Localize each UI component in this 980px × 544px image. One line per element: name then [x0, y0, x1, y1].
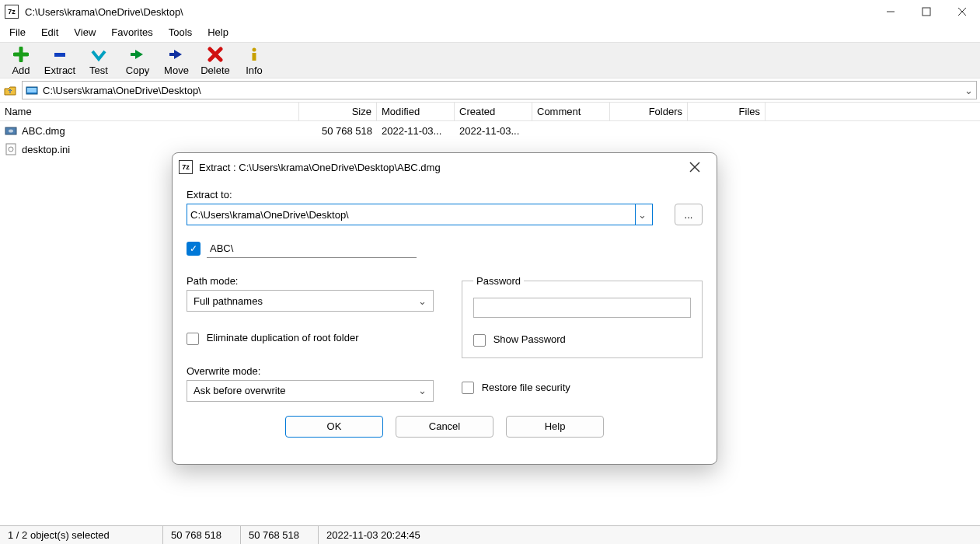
- restore-security-label: Restore file security: [482, 382, 570, 393]
- file-modified: 2022-11-03...: [377, 125, 455, 137]
- toolbar-copy[interactable]: Copy: [118, 46, 157, 76]
- path-field[interactable]: C:\Users\krama\OneDrive\Desktop\ ⌄: [22, 81, 977, 99]
- svg-point-7: [253, 48, 256, 52]
- svg-point-12: [9, 130, 13, 133]
- ok-button[interactable]: OK: [285, 416, 383, 438]
- window-title: C:\Users\krama\OneDrive\Desktop\: [25, 6, 873, 18]
- drive-icon: [26, 85, 38, 96]
- overwrite-mode-value: Ask before overwrite: [194, 385, 286, 396]
- cancel-button[interactable]: Cancel: [396, 416, 493, 438]
- svg-marker-5: [135, 50, 143, 59]
- file-name: desktop.ini: [22, 144, 70, 155]
- column-created[interactable]: Created: [455, 103, 532, 120]
- dialog-button-row: OK Cancel Help: [187, 402, 703, 453]
- overwrite-mode-combo[interactable]: Ask before overwrite ⌄: [187, 380, 434, 402]
- password-legend: Password: [473, 275, 524, 287]
- menu-bar: File Edit View Favorites Tools Help: [0, 23, 980, 42]
- eliminate-duplication-checkbox[interactable]: [187, 333, 199, 345]
- x-icon: [196, 46, 235, 63]
- help-button[interactable]: Help: [506, 416, 604, 438]
- column-name[interactable]: Name: [0, 103, 299, 120]
- minus-icon: [40, 46, 79, 63]
- menu-view[interactable]: View: [66, 25, 103, 40]
- path-dropdown-icon[interactable]: ⌄: [964, 85, 973, 96]
- subfolder-checkbox[interactable]: ✓: [187, 242, 201, 256]
- show-password-checkbox[interactable]: [473, 334, 486, 347]
- eliminate-duplication-label: Eliminate duplication of root folder: [207, 332, 359, 343]
- app-icon-7z: 7z: [5, 5, 19, 19]
- browse-button[interactable]: ...: [675, 204, 703, 225]
- column-size[interactable]: Size: [299, 103, 377, 120]
- svg-marker-6: [174, 50, 182, 59]
- subfolder-input[interactable]: [207, 239, 417, 258]
- toolbar-test-label: Test: [79, 65, 118, 76]
- status-bar: 1 / 2 object(s) selected 50 768 518 50 7…: [0, 525, 980, 544]
- toolbar-add-label: Add: [2, 65, 40, 76]
- column-comment[interactable]: Comment: [532, 103, 610, 120]
- chevron-down-icon: ⌄: [418, 385, 427, 396]
- status-size-1: 50 768 518: [163, 526, 241, 544]
- toolbar-delete-label: Delete: [196, 65, 235, 76]
- svg-rect-10: [27, 88, 37, 92]
- extract-to-field[interactable]: ⌄: [187, 204, 653, 225]
- check-down-icon: [79, 46, 118, 63]
- file-created: 2022-11-03...: [455, 125, 532, 137]
- toolbar-extract[interactable]: Extract: [40, 46, 79, 76]
- close-button[interactable]: [944, 0, 980, 23]
- column-folders[interactable]: Folders: [610, 103, 688, 120]
- toolbar-info[interactable]: Info: [235, 46, 274, 76]
- menu-file[interactable]: File: [2, 25, 33, 40]
- column-modified[interactable]: Modified: [377, 103, 455, 120]
- toolbar-move-label: Move: [157, 65, 196, 76]
- toolbar-info-label: Info: [235, 65, 274, 76]
- toolbar-move[interactable]: Move: [157, 46, 196, 76]
- up-folder-icon[interactable]: [3, 83, 17, 97]
- file-name: ABC.dmg: [22, 125, 65, 137]
- status-selection: 1 / 2 object(s) selected: [0, 526, 163, 544]
- extract-to-dropdown-icon[interactable]: ⌄: [635, 204, 649, 225]
- status-size-2: 50 768 518: [241, 526, 319, 544]
- arrow-right-double-icon: [118, 46, 157, 63]
- dialog-close-button[interactable]: [679, 156, 710, 178]
- show-password-label: Show Password: [493, 333, 566, 345]
- menu-edit[interactable]: Edit: [33, 25, 66, 40]
- menu-help[interactable]: Help: [200, 25, 236, 40]
- restore-security-checkbox[interactable]: [462, 382, 474, 394]
- disk-image-icon: [5, 124, 17, 137]
- svg-rect-13: [6, 144, 16, 155]
- column-header-row: Name Size Modified Created Comment Folde…: [0, 103, 980, 121]
- arrow-right-icon: [157, 46, 196, 63]
- path-text: C:\Users\krama\OneDrive\Desktop\: [43, 85, 201, 96]
- plus-icon: [2, 46, 40, 63]
- toolbar-test[interactable]: Test: [79, 46, 118, 76]
- info-icon: [235, 46, 274, 63]
- extract-dialog: 7z Extract : C:\Users\krama\OneDrive\Des…: [172, 152, 717, 465]
- title-bar: 7z C:\Users\krama\OneDrive\Desktop\: [0, 0, 980, 23]
- path-mode-value: Full pathnames: [194, 295, 263, 307]
- maximize-button[interactable]: [909, 0, 944, 23]
- password-group: Password Show Password: [462, 275, 703, 358]
- password-input[interactable]: [473, 298, 691, 318]
- path-mode-combo[interactable]: Full pathnames ⌄: [187, 290, 434, 312]
- menu-favorites[interactable]: Favorites: [103, 25, 160, 40]
- file-size: 50 768 518: [299, 125, 377, 137]
- chevron-down-icon: ⌄: [418, 295, 427, 307]
- menu-tools[interactable]: Tools: [161, 25, 200, 40]
- toolbar: Add Extract Test Copy Move Delete Info: [0, 42, 980, 78]
- svg-rect-4: [54, 53, 65, 57]
- column-files[interactable]: Files: [688, 103, 766, 120]
- dialog-title-bar: 7z Extract : C:\Users\krama\OneDrive\Des…: [173, 153, 717, 181]
- dialog-title: Extract : C:\Users\krama\OneDrive\Deskto…: [199, 162, 441, 173]
- toolbar-add[interactable]: Add: [2, 46, 40, 76]
- svg-rect-8: [253, 53, 256, 61]
- minimize-button[interactable]: [873, 0, 909, 23]
- dialog-app-icon: 7z: [179, 160, 193, 174]
- ini-file-icon: [5, 143, 17, 155]
- address-bar: C:\Users\krama\OneDrive\Desktop\ ⌄: [0, 78, 980, 103]
- status-date: 2022-11-03 20:24:45: [319, 526, 428, 544]
- file-row[interactable]: ABC.dmg 50 768 518 2022-11-03... 2022-11…: [0, 121, 980, 140]
- path-mode-label: Path mode:: [187, 275, 435, 287]
- toolbar-extract-label: Extract: [40, 65, 79, 76]
- extract-to-input[interactable]: [190, 209, 635, 221]
- toolbar-delete[interactable]: Delete: [196, 46, 235, 76]
